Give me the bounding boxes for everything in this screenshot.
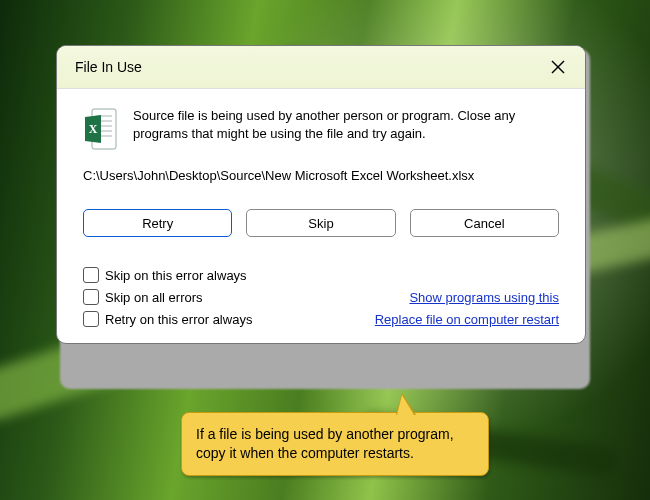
button-row: Retry Skip Cancel (83, 209, 559, 237)
retry-this-error-checkbox[interactable] (83, 311, 99, 327)
replace-on-restart-link[interactable]: Replace file on computer restart (283, 312, 559, 327)
cancel-button[interactable]: Cancel (410, 209, 559, 237)
help-callout: If a file is being used by another progr… (181, 412, 489, 476)
skip-this-error-checkbox[interactable] (83, 267, 99, 283)
dialog-body: X Source file is being used by another p… (57, 89, 585, 343)
close-button[interactable] (545, 54, 571, 80)
skip-all-errors-label: Skip on all errors (105, 290, 203, 305)
retry-button[interactable]: Retry (83, 209, 232, 237)
file-path: C:\Users\John\Desktop\Source\New Microso… (83, 168, 559, 183)
help-callout-text: If a file is being used by another progr… (196, 426, 454, 461)
options-grid: Skip on this error always Skip on all er… (83, 267, 559, 327)
dialog-message: Source file is being used by another per… (133, 107, 559, 154)
titlebar: File In Use (57, 46, 585, 89)
svg-text:X: X (89, 122, 98, 136)
skip-button[interactable]: Skip (246, 209, 395, 237)
close-icon (551, 60, 565, 74)
retry-this-error-label: Retry on this error always (105, 312, 252, 327)
file-in-use-dialog: File In Use X S (56, 45, 586, 344)
skip-this-error-label: Skip on this error always (105, 268, 247, 283)
excel-file-icon: X (83, 107, 119, 154)
retry-this-error-checkbox-row[interactable]: Retry on this error always (83, 311, 283, 327)
skip-all-errors-checkbox-row[interactable]: Skip on all errors (83, 289, 283, 305)
dialog-title: File In Use (75, 59, 142, 75)
skip-this-error-checkbox-row[interactable]: Skip on this error always (83, 267, 283, 283)
show-programs-link[interactable]: Show programs using this (283, 290, 559, 305)
skip-all-errors-checkbox[interactable] (83, 289, 99, 305)
